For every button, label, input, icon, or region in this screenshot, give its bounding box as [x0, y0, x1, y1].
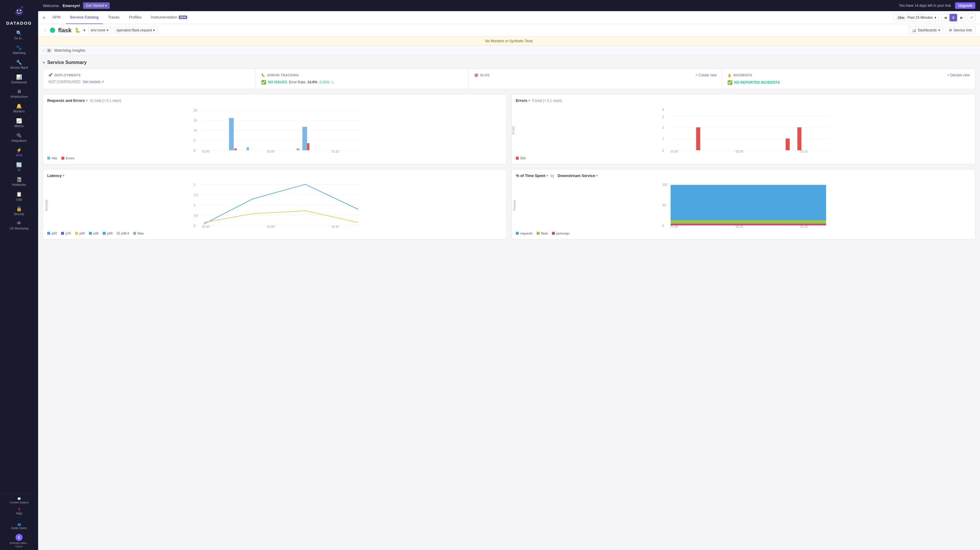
sidebar-item-goto[interactable]: 🔍 Go to... [0, 28, 38, 43]
sidebar-item-ux-monitoring[interactable]: 👁 UX Monitoring [0, 218, 38, 233]
sidebar-item-help[interactable]: ❓ Help › [0, 506, 38, 521]
sidebar-label-ux-monitoring: UX Monitoring [10, 227, 28, 230]
fullscreen-button[interactable]: ⤢ [968, 14, 975, 21]
sidebar-label-notebooks: Notebooks [12, 183, 26, 187]
time-spent-title[interactable]: % of Time Spent ▾ [516, 174, 548, 178]
sidebar-item-apm[interactable]: ⚡ APM › [0, 145, 38, 159]
svg-rect-32 [786, 139, 790, 150]
svg-rect-15 [247, 147, 249, 150]
topbar: Welcome, Emersyn! Get Started ▾ You have… [38, 0, 980, 11]
svg-point-2 [20, 10, 21, 11]
sidebar-item-logs[interactable]: 📋 Logs › [0, 189, 38, 204]
gear-icon: ⚙ [949, 28, 952, 32]
downstream-service-dropdown-icon: ▾ [596, 174, 598, 177]
get-started-chevron-icon: ▾ [105, 3, 107, 8]
sidebar-item-infrastructure[interactable]: 🖥 Infrastructure › [0, 86, 38, 101]
p50-legend-color [47, 232, 50, 235]
env-filter[interactable]: env:none ▾ [88, 27, 111, 34]
get-started-button[interactable]: Get Started ▾ [83, 2, 110, 9]
charts-grid: Requests and Errors ▾ 41 total (< 0.1 re… [43, 94, 975, 239]
svg-rect-56 [671, 185, 826, 220]
sidebar-item-notebooks[interactable]: 📓 Notebooks [0, 174, 38, 189]
slos-icon: 🎯 [474, 73, 479, 77]
svg-text:2: 2 [662, 126, 664, 129]
operation-filter[interactable]: operation:flask.request ▾ [114, 27, 158, 34]
legend-p75: p75 [61, 231, 71, 235]
time-back-button[interactable]: ◀ [941, 14, 949, 21]
requests-errors-title[interactable]: Requests and Errors ▾ [47, 98, 88, 103]
sidebar-item-ci[interactable]: 🔄 CI › [0, 159, 38, 174]
external-link-icon: ↗ [101, 80, 104, 84]
max-legend-label: Max [138, 231, 144, 235]
latency-title[interactable]: Latency ▾ [47, 174, 64, 178]
deployments-card-title: 🚀 DEPLOYMENTS [48, 73, 250, 77]
time-pause-button[interactable]: ⏸ [950, 14, 957, 21]
help-icon: ❓ [18, 508, 21, 511]
subnav-traces[interactable]: Traces [104, 11, 124, 24]
sidebar-item-watchdog[interactable]: 🐾 Watchdog [0, 43, 38, 57]
svg-text:1.5: 1.5 [194, 193, 198, 197]
errors-title[interactable]: Errors ▾ [516, 98, 530, 103]
watchdog-expand-icon[interactable]: › [43, 48, 44, 53]
sidebar-item-service-mgmt[interactable]: 🔧 Service Mgmt › [0, 57, 38, 72]
500-legend-color [516, 157, 519, 159]
service-expand-icon[interactable]: ▾ [83, 28, 85, 33]
svg-rect-31 [696, 128, 700, 150]
subnav-instrumentation[interactable]: Instrumentation NEW [147, 11, 192, 24]
p99-9-legend-label: p99.9 [121, 231, 129, 235]
max-legend-color [133, 232, 136, 235]
errors-legend-color [61, 157, 64, 159]
svg-rect-14 [234, 148, 237, 150]
sidebar-item-integrations[interactable]: 🔌 Integrations › [0, 130, 38, 145]
sidebar-item-user-profile[interactable]: E emersyn.naka... Nakari [0, 532, 38, 550]
sidebar-item-contact-support[interactable]: 💬 Contact Support [0, 495, 38, 506]
sidebar-item-monitors[interactable]: 🔔 Monitors › [0, 101, 38, 116]
slos-create-new-button[interactable]: + Create new [695, 73, 716, 77]
sidebar-item-security[interactable]: 🔒 Security › [0, 204, 38, 218]
subnav-profiles[interactable]: Profiles [125, 11, 146, 24]
metrics-icon: 📈 [16, 118, 22, 124]
section-collapse-icon[interactable]: ▾ [43, 60, 45, 65]
deployments-icon: 🚀 [48, 73, 53, 77]
svg-text:1: 1 [662, 137, 664, 140]
apm-icon: ⚡ [16, 147, 22, 153]
monitors-icon: 🔔 [16, 103, 22, 109]
subnav-apm[interactable]: APM [48, 11, 65, 24]
legend-p90: p90 [75, 231, 85, 235]
alert-banner: No Monitors or Synthetic Tests [38, 37, 980, 46]
requests-errors-dropdown-icon: ▾ [86, 99, 88, 102]
dashboards-button[interactable]: 📊 Dashboards ▾ [909, 26, 943, 34]
sidebar-item-invite-users[interactable]: 👥 Invite Users [0, 521, 38, 532]
time-range-selector[interactable]: 15m Past 15 Minutes ▾ [894, 14, 939, 21]
incidents-card-title: ⚠️ INCIDENTS + Declare new [727, 73, 970, 77]
service-env-indicator [50, 27, 55, 33]
svg-text:0: 0 [194, 149, 196, 152]
alert-text: No Monitors or Synthetic Tests [485, 39, 533, 43]
dashboards-chevron-icon: ▾ [938, 28, 940, 32]
svg-text:20: 20 [194, 109, 197, 112]
upgrade-button[interactable]: Upgrade [955, 2, 975, 9]
time-forward-button[interactable]: ▶ [958, 14, 965, 21]
trend-icon: ↘ [331, 80, 334, 84]
svg-text:15: 15 [194, 119, 197, 122]
watchdog-row: › 0 Watchdog Insights [38, 46, 980, 55]
subnav-service-catalog[interactable]: Service Catalog [66, 11, 103, 24]
apm-nav-icon: ≡ [43, 15, 45, 20]
no-incidents-label: NO REPORTED INCIDENTS [734, 80, 780, 84]
svg-rect-18 [297, 148, 299, 150]
sidebar-item-dashboards[interactable]: 📊 Dashboards [0, 72, 38, 86]
incidents-declare-new-button[interactable]: + Declare new [947, 73, 970, 77]
svg-text:5: 5 [194, 139, 196, 142]
time-pill: 15m [896, 15, 906, 20]
service-header: ☆ flask 🐍 ▾ env:none ▾ operation:flask.r… [38, 24, 980, 37]
service-info-button[interactable]: ⚙ Service Info [946, 26, 975, 34]
svg-text:01:05: 01:05 [267, 150, 275, 153]
section-header: ▾ Service Summary [43, 60, 975, 65]
sidebar-item-metrics[interactable]: 📈 Metrics [0, 116, 38, 130]
flask-legend-label: flask [541, 231, 548, 235]
sidebar-label-integrations: Integrations [11, 139, 27, 143]
deployments-get-started-link[interactable]: Get started ↗ [83, 80, 104, 84]
favorite-star-icon[interactable]: ☆ [43, 27, 47, 33]
downstream-service-selector[interactable]: Downstream Service ▾ [558, 174, 598, 178]
ux-monitoring-icon: 👁 [17, 221, 21, 226]
